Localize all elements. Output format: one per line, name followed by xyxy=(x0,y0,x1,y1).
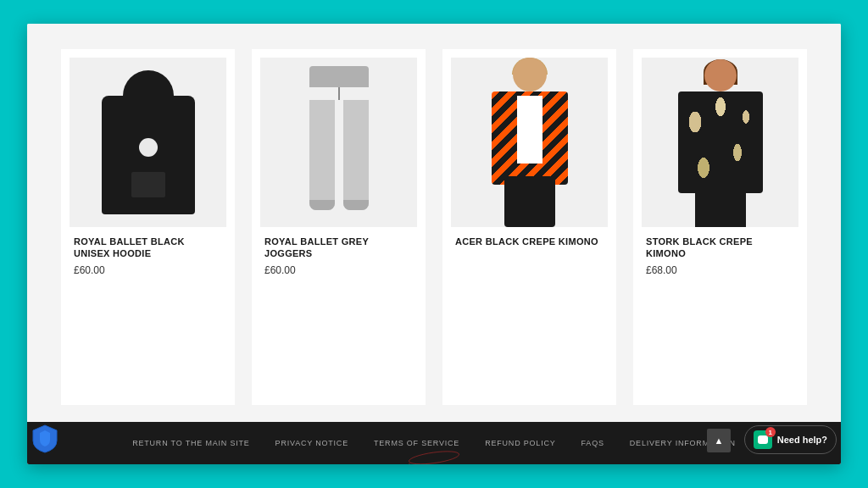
product-card-hoodie[interactable]: ROYAL BALLET BLACK UNISEX HOODIE £60.00 xyxy=(61,49,235,405)
shield-icon xyxy=(31,424,58,458)
product-image-stork-kimono xyxy=(642,58,798,227)
product-price-hoodie: £60.00 xyxy=(74,264,222,276)
product-card-stork-kimono[interactable]: STORK BLACK CREPE KIMONO £68.00 xyxy=(633,49,807,405)
product-image-joggers xyxy=(260,58,417,227)
footer-link-terms[interactable]: TERMS OF SERVICE xyxy=(374,439,459,447)
product-card-acer-kimono[interactable]: ACER BLACK CREPE KIMONO xyxy=(442,49,616,405)
product-price-joggers: £60.00 xyxy=(264,264,413,276)
footer-link-return-main[interactable]: RETURN TO THE MAIN SITE xyxy=(132,439,249,447)
scroll-up-icon: ▲ xyxy=(715,435,724,446)
footer-link-refund[interactable]: REFUND POLICY xyxy=(485,439,555,447)
products-section: ROYAL BALLET BLACK UNISEX HOODIE £60.00 xyxy=(27,24,841,422)
main-container: ROYAL BALLET BLACK UNISEX HOODIE £60.00 xyxy=(27,24,841,464)
chat-bubble-shape xyxy=(758,435,768,444)
svg-point-0 xyxy=(409,449,460,464)
scroll-to-top-button[interactable]: ▲ xyxy=(707,429,731,452)
product-image-acer-kimono xyxy=(451,58,608,227)
product-name-joggers: ROYAL BALLET GREY JOGGERS xyxy=(264,236,413,260)
product-info-joggers: ROYAL BALLET GREY JOGGERS £60.00 xyxy=(260,227,417,280)
chat-icon: 1 xyxy=(754,430,772,449)
need-help-label: Need help? xyxy=(777,435,827,445)
product-info-hoodie: ROYAL BALLET BLACK UNISEX HOODIE £60.00 xyxy=(70,227,226,280)
product-name-stork-kimono: STORK BLACK CREPE KIMONO xyxy=(646,236,794,260)
chat-badge-count: 1 xyxy=(765,427,776,437)
product-price-stork-kimono: £68.00 xyxy=(646,264,794,276)
product-info-acer-kimono: ACER BLACK CREPE KIMONO xyxy=(451,227,608,256)
footer-link-privacy-notice[interactable]: PRIVACY NOTICE xyxy=(275,439,348,447)
product-image-hoodie xyxy=(70,58,226,227)
product-name-acer-kimono: ACER BLACK CREPE KIMONO xyxy=(455,236,604,247)
product-card-joggers[interactable]: ROYAL BALLET GREY JOGGERS £60.00 xyxy=(252,49,426,405)
need-help-button[interactable]: 1 Need help? xyxy=(744,425,837,454)
footer: RETURN TO THE MAIN SITE PRIVACY NOTICE T… xyxy=(27,422,841,464)
footer-link-faqs[interactable]: FAQS xyxy=(581,439,604,447)
product-info-stork-kimono: STORK BLACK CREPE KIMONO £68.00 xyxy=(642,227,798,280)
product-name-hoodie: ROYAL BALLET BLACK UNISEX HOODIE xyxy=(74,236,222,260)
